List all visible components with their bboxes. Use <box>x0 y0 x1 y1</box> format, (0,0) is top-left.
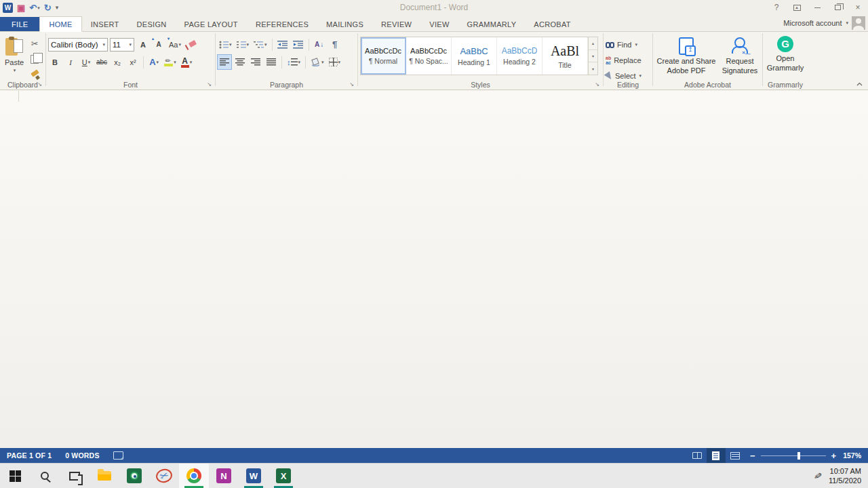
clipboard-dialog-launcher[interactable]: ↘ <box>36 81 43 88</box>
collapse-ribbon-button[interactable] <box>856 81 863 87</box>
task-view-button[interactable] <box>60 464 90 488</box>
screen-recorder-button[interactable] <box>119 464 149 488</box>
word-count[interactable]: 0 WORDS <box>58 448 106 463</box>
save-button[interactable]: ▣ <box>17 3 25 12</box>
replace-button[interactable]: abacReplace <box>606 54 642 67</box>
file-explorer-button[interactable] <box>90 464 119 488</box>
font-color-button[interactable]: A▾ <box>180 55 194 69</box>
align-center-button[interactable] <box>233 55 247 69</box>
paste-dropdown-icon[interactable]: ▾ <box>14 68 16 73</box>
zoom-percentage[interactable]: 157% <box>842 451 868 460</box>
taskbar-clock[interactable]: 10:07 AM 11/5/2020 <box>829 466 861 486</box>
font-name-dropdown-icon[interactable]: ▾ <box>102 42 105 47</box>
tab-mailings[interactable]: MAILINGS <box>317 17 372 31</box>
onenote-button[interactable]: N <box>209 464 239 488</box>
read-mode-button[interactable] <box>688 448 707 463</box>
styles-scroll-up-button[interactable]: ▴ <box>589 37 597 50</box>
tab-design[interactable]: DESIGN <box>128 17 176 31</box>
tab-file[interactable]: FILE <box>0 17 39 31</box>
style-no-spacing[interactable]: AaBbCcDc ¶ No Spac... <box>406 37 452 75</box>
clear-formatting-button[interactable] <box>184 37 198 52</box>
paste-button[interactable]: Paste ▾ <box>2 35 26 75</box>
underline-button[interactable]: U▾ <box>79 55 93 69</box>
ribbon-display-options-button[interactable]: ▴ <box>787 0 807 15</box>
shrink-font-button[interactable]: A▾ <box>152 37 165 52</box>
numbering-button[interactable]: ▾ <box>235 37 251 52</box>
subscript-button[interactable]: x₂ <box>111 55 124 69</box>
create-share-pdf-button[interactable]: Create and Share Adobe PDF <box>655 36 717 77</box>
styles-dialog-launcher[interactable]: ↘ <box>593 81 601 88</box>
paragraph-dialog-launcher[interactable]: ↘ <box>348 81 355 88</box>
align-right-button[interactable] <box>249 55 262 69</box>
page-indicator[interactable]: PAGE 1 OF 1 <box>0 448 58 463</box>
borders-button[interactable]: ▾ <box>328 55 342 69</box>
justify-button[interactable] <box>264 55 278 69</box>
font-size-combo[interactable]: 11▾ <box>110 38 134 52</box>
bullets-button[interactable]: ▾ <box>218 37 233 52</box>
bold-button[interactable]: B <box>48 55 62 69</box>
text-effects-button[interactable]: A▾ <box>147 55 161 69</box>
restore-button[interactable] <box>827 0 848 15</box>
style-heading-1[interactable]: AaBbC Heading 1 <box>452 37 497 75</box>
font-name-combo[interactable]: Calibri (Body)▾ <box>48 38 108 52</box>
underline-dropdown-icon[interactable]: ▾ <box>88 60 91 65</box>
chrome-button[interactable] <box>179 464 209 488</box>
zoom-in-button[interactable]: + <box>831 451 837 460</box>
word-app-icon[interactable]: W <box>3 3 13 13</box>
account-menu[interactable]: Microsoft account ▾ <box>783 15 868 31</box>
sort-button[interactable]: A↓ <box>313 37 326 52</box>
snipping-tool-button[interactable]: ✂ <box>149 464 179 488</box>
style-normal[interactable]: AaBbCcDc ¶ Normal <box>361 37 406 75</box>
styles-more-button[interactable]: ▾ <box>589 62 597 75</box>
tab-home[interactable]: HOME <box>39 16 81 32</box>
undo-dropdown-icon[interactable]: ▾ <box>37 5 40 10</box>
print-layout-button[interactable] <box>707 448 726 463</box>
tab-references[interactable]: REFERENCES <box>247 17 317 31</box>
document-canvas[interactable] <box>0 91 868 448</box>
web-layout-button[interactable] <box>726 448 745 463</box>
strikethrough-button[interactable]: abc <box>95 55 108 69</box>
find-button[interactable]: Find▾ <box>606 38 642 52</box>
grow-font-button[interactable]: A▴ <box>136 37 150 52</box>
decrease-indent-button[interactable] <box>276 37 290 52</box>
start-button[interactable] <box>0 464 30 488</box>
copy-button[interactable] <box>28 52 41 66</box>
change-case-button[interactable]: Aa▾ <box>167 37 182 52</box>
increase-indent-button[interactable] <box>292 37 305 52</box>
tab-page-layout[interactable]: PAGE LAYOUT <box>176 17 247 31</box>
superscript-button[interactable]: x² <box>126 55 140 69</box>
show-hide-paragraph-button[interactable]: ¶ <box>328 37 342 52</box>
font-size-dropdown-icon[interactable]: ▾ <box>129 42 132 47</box>
multilevel-list-button[interactable]: ▾ <box>252 37 269 52</box>
italic-button[interactable]: I <box>64 55 77 69</box>
tab-review[interactable]: REVIEW <box>372 17 420 31</box>
windows-ink-button[interactable]: ✎ <box>814 470 822 481</box>
align-left-button[interactable] <box>218 55 231 69</box>
cut-button[interactable]: ✂ <box>28 37 41 51</box>
highlight-button[interactable]: ✎▾ <box>163 55 178 69</box>
undo-button[interactable]: ↶▾ <box>29 3 39 12</box>
customize-qat-button[interactable]: ▾ <box>56 5 59 11</box>
zoom-out-button[interactable]: − <box>750 451 755 460</box>
request-signatures-button[interactable]: ×﹏ Request Signatures <box>717 36 762 77</box>
word-button[interactable]: W <box>239 464 269 488</box>
account-avatar[interactable] <box>852 16 865 30</box>
proofing-status[interactable] <box>106 448 130 463</box>
open-grammarly-button[interactable]: G Open Grammarly <box>765 35 806 75</box>
help-button[interactable]: ? <box>766 0 787 15</box>
tab-view[interactable]: VIEW <box>420 17 458 31</box>
style-heading-2[interactable]: AaBbCcD Heading 2 <box>497 37 542 75</box>
zoom-slider-track[interactable] <box>761 455 826 456</box>
shading-button[interactable]: ▾ <box>309 55 326 69</box>
minimize-button[interactable] <box>807 0 827 15</box>
tab-grammarly[interactable]: GRAMMARLY <box>458 17 526 31</box>
tab-acrobat[interactable]: ACROBAT <box>525 17 579 31</box>
font-dialog-launcher[interactable]: ↘ <box>205 81 213 88</box>
zoom-slider-handle[interactable] <box>797 452 800 460</box>
line-spacing-button[interactable]: ↕▾ <box>285 55 302 69</box>
excel-button[interactable]: X <box>269 464 298 488</box>
close-button[interactable]: × <box>848 0 868 15</box>
styles-scroll-down-button[interactable]: ▾ <box>589 50 597 63</box>
style-title[interactable]: AaBl Title <box>542 37 588 75</box>
tab-insert[interactable]: INSERT <box>82 17 128 31</box>
